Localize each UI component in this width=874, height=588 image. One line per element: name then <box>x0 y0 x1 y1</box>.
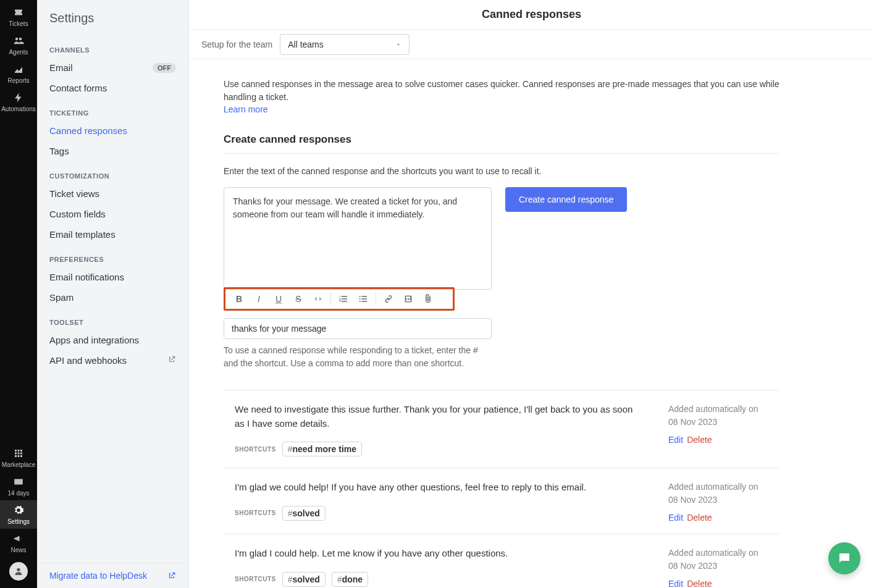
shortcut-tag[interactable]: #done <box>332 572 368 587</box>
sidebar-item-canned[interactable]: Canned responses <box>37 120 188 141</box>
sidebar-item-ticket-views[interactable]: Ticket views <box>37 183 188 204</box>
rail-item-settings[interactable]: Settings <box>0 500 37 529</box>
learn-more-link[interactable]: Learn more <box>224 104 268 114</box>
meta-date: 08 Nov 2023 <box>668 416 779 429</box>
bold-button[interactable]: B <box>229 290 249 308</box>
sidebar-section-label: PREFERENCES <box>37 245 188 267</box>
create-subtext: Enter the text of the canned response an… <box>224 166 779 176</box>
sidebar-section-label: TICKETING <box>37 98 188 120</box>
saved-response-text: I'm glad we could help! If you have any … <box>235 481 644 495</box>
shortcuts-label: SHORTCUTS <box>235 446 276 453</box>
rail-item-agents[interactable]: Agents <box>0 31 37 59</box>
shortcuts-label: SHORTCUTS <box>235 576 276 582</box>
sidebar-item-tags[interactable]: Tags <box>37 141 188 161</box>
external-link-icon <box>167 355 176 366</box>
shortcut-tag[interactable]: #solved <box>282 572 326 587</box>
rail-item-tickets[interactable]: Tickets <box>0 2 37 31</box>
sidebar-title: Settings <box>37 0 188 35</box>
filter-bar: Setup for the team All teams <box>189 30 874 59</box>
rail-item-reports[interactable]: Reports <box>0 59 37 88</box>
unordered-list-button[interactable] <box>353 290 373 308</box>
saved-response-text: I'm glad I could help. Let me know if yo… <box>235 547 644 561</box>
delete-button[interactable]: Delete <box>687 435 712 445</box>
svg-point-3 <box>359 296 361 297</box>
shortcut-input[interactable] <box>224 318 492 339</box>
svg-point-1 <box>19 37 22 40</box>
sidebar-item-label: Apps and integrations <box>49 335 139 345</box>
shortcuts-label: SHORTCUTS <box>235 510 276 516</box>
filter-label: Setup for the team <box>201 40 272 49</box>
strikethrough-button[interactable]: S <box>288 290 308 308</box>
sidebar-item-label: Ticket views <box>49 188 99 199</box>
saved-response-text: We need to investigate this issue furthe… <box>235 403 644 430</box>
sidebar-item-label: Canned responses <box>49 125 127 136</box>
nav-rail: TicketsAgentsReportsAutomations Marketpl… <box>0 0 37 588</box>
avatar[interactable] <box>9 562 28 581</box>
edit-button[interactable]: Edit <box>668 513 683 523</box>
saved-response-row: I'm glad I could help. Let me know if yo… <box>224 534 779 588</box>
link-button[interactable] <box>379 290 398 308</box>
delete-button[interactable]: Delete <box>687 513 712 523</box>
megaphone-icon <box>13 533 24 545</box>
sidebar-item-label: API and webhooks <box>49 355 127 366</box>
ticket-icon <box>13 7 24 19</box>
card-icon <box>13 476 24 489</box>
rail-item-automations[interactable]: Automations <box>0 88 37 116</box>
gear-icon <box>13 505 24 517</box>
rail-item-trial[interactable]: 14 days <box>0 472 37 500</box>
edit-button[interactable]: Edit <box>668 579 683 588</box>
svg-point-4 <box>359 298 361 300</box>
status-badge: OFF <box>153 63 176 73</box>
shortcut-tag[interactable]: #need more time <box>282 442 362 456</box>
svg-point-5 <box>359 301 361 302</box>
delete-button[interactable]: Delete <box>687 579 712 588</box>
sidebar-item-email[interactable]: EmailOFF <box>37 57 188 78</box>
meta-date: 08 Nov 2023 <box>668 494 779 506</box>
sidebar-item-apps[interactable]: Apps and integrations <box>37 330 188 350</box>
code-button[interactable] <box>308 290 328 308</box>
create-heading: Create canned responses <box>224 133 779 154</box>
italic-button[interactable]: I <box>249 290 269 308</box>
svg-point-0 <box>15 37 19 40</box>
chat-fab[interactable] <box>828 542 860 574</box>
sidebar-item-spam[interactable]: Spam <box>37 287 188 308</box>
shortcut-tag[interactable]: #solved <box>282 506 326 521</box>
shortcut-hint: To use a canned response while respondin… <box>224 344 492 370</box>
rail-item-marketplace[interactable]: Marketplace <box>0 443 37 472</box>
meta-date: 08 Nov 2023 <box>668 560 779 573</box>
sidebar-section-label: TOOLSET <box>37 308 188 330</box>
migrate-link[interactable]: Migrate data to HelpDesk <box>37 563 188 588</box>
sidebar-item-email-templates[interactable]: Email templates <box>37 224 188 245</box>
sidebar-item-email-notifications[interactable]: Email notifications <box>37 267 188 287</box>
saved-response-row: I'm glad we could help! If you have any … <box>224 468 779 534</box>
response-editor[interactable]: Thanks for your message. We created a ti… <box>224 187 492 290</box>
sidebar-section-label: CHANNELS <box>37 35 188 57</box>
create-response-button[interactable]: Create canned response <box>505 187 627 212</box>
team-select[interactable]: All teams <box>280 34 410 55</box>
sidebar-item-api[interactable]: API and webhooks <box>37 350 188 371</box>
settings-sidebar: Settings CHANNELSEmailOFFContact formsTI… <box>37 0 189 588</box>
ordered-list-button[interactable] <box>334 290 353 308</box>
meta-added-label: Added automatically on <box>668 547 779 560</box>
sidebar-item-contact-forms[interactable]: Contact forms <box>37 78 188 98</box>
sidebar-item-label: Spam <box>49 292 74 303</box>
content-scroll: Use canned responses in the message area… <box>189 59 874 588</box>
chevron-down-icon <box>395 41 401 48</box>
saved-response-row: We need to investigate this issue furthe… <box>224 390 779 468</box>
underline-button[interactable]: U <box>269 290 288 308</box>
agents-icon <box>13 35 24 48</box>
edit-button[interactable]: Edit <box>668 435 683 445</box>
sidebar-item-label: Email templates <box>49 229 116 240</box>
editor-toolbar: B I U S <box>224 287 455 311</box>
sidebar-section-label: CUSTOMIZATION <box>37 161 188 183</box>
image-button[interactable] <box>398 290 418 308</box>
grid-icon <box>13 448 24 460</box>
sidebar-item-custom-fields[interactable]: Custom fields <box>37 204 188 224</box>
sidebar-item-label: Email <box>49 62 73 73</box>
sidebar-item-label: Contact forms <box>49 83 107 93</box>
meta-added-label: Added automatically on <box>668 403 779 416</box>
saved-responses-list: We need to investigate this issue furthe… <box>224 390 779 588</box>
attachment-button[interactable] <box>418 290 438 308</box>
rail-item-news[interactable]: News <box>0 529 37 557</box>
meta-added-label: Added automatically on <box>668 481 779 494</box>
